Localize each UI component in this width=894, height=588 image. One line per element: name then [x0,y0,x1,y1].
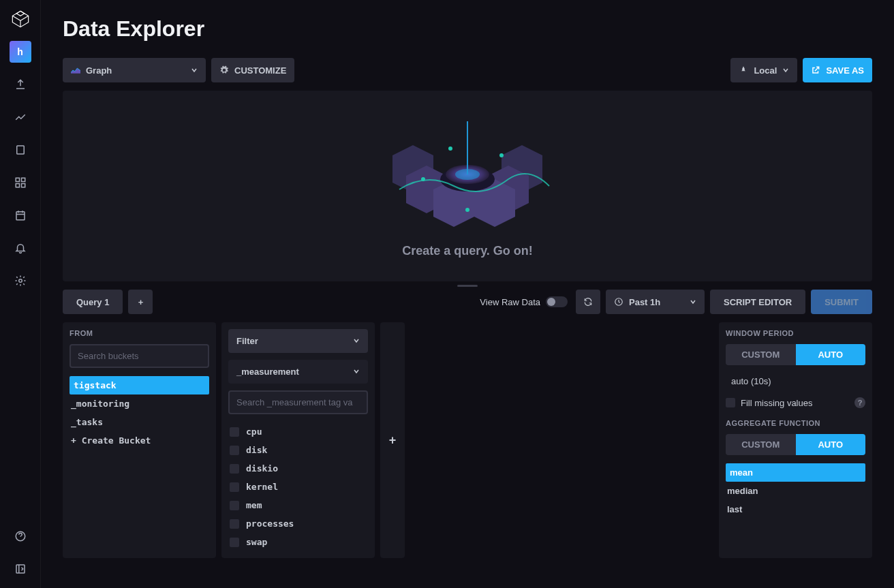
chevron-down-icon [353,336,360,346]
raw-data-toggle: View Raw Data [480,296,568,307]
aggregate-auto-toggle[interactable]: AUTO [796,434,866,455]
view-toolbar: Graph CUSTOMIZE Local SAVE AS [63,58,872,82]
svg-line-3 [20,16,29,20]
gear-icon [219,65,229,75]
from-label: FROM [70,329,209,337]
alerts-icon[interactable] [10,237,31,259]
bucket-search-input[interactable] [70,344,209,368]
window-custom-toggle[interactable]: CUSTOM [726,344,796,365]
bucket-item[interactable]: tigstack [70,376,209,394]
tag-value-item[interactable]: swap [228,533,368,551]
svg-rect-5 [16,146,24,154]
svg-rect-9 [16,184,19,187]
tag-value-item[interactable]: kernel [228,478,368,496]
script-editor-button[interactable]: SCRIPT EDITOR [710,290,805,314]
org-initial: h [17,46,23,57]
graph-prompt: Create a query. Go on! [402,244,533,258]
fill-missing-checkbox[interactable] [726,398,735,407]
window-period-label: WINDOW PERIOD [726,329,865,337]
export-icon [811,65,820,75]
add-query-button[interactable]: + [128,290,153,314]
tag-value-item[interactable]: diskio [228,459,368,478]
settings-icon[interactable] [10,270,31,292]
raw-data-switch[interactable] [546,296,568,307]
svg-point-31 [465,208,469,212]
svg-point-32 [499,153,504,157]
window-auto-toggle[interactable]: AUTO [796,344,866,365]
svg-point-15 [18,279,22,283]
aggregate-item[interactable]: last [726,500,865,519]
aggregate-toggle: CUSTOM AUTO [726,434,865,455]
graph-area: Create a query. Go on! [63,91,872,281]
refresh-button[interactable] [576,290,600,314]
refresh-icon [583,297,593,307]
add-filter-button[interactable]: + [380,322,405,558]
svg-rect-10 [21,184,25,187]
tasks-icon[interactable] [10,204,31,226]
fill-missing-row[interactable]: Fill missing values ? [726,397,865,408]
tag-value-search-input[interactable] [228,390,368,414]
resize-handle[interactable] [63,281,872,290]
filter-type-dropdown[interactable]: Filter [228,329,368,353]
svg-marker-1 [16,11,25,16]
chevron-down-icon [353,367,360,377]
aggregate-item[interactable]: median [726,482,865,500]
chevron-down-icon [782,65,789,76]
bucket-list: tigstack _monitoring _tasks + Create Buc… [70,376,209,450]
collapse-icon[interactable] [10,558,31,580]
save-as-label: SAVE AS [826,65,864,76]
tag-key-dropdown[interactable]: _measurement [228,360,368,384]
customize-label: CUSTOMIZE [234,65,286,76]
logo-icon[interactable] [10,8,31,30]
time-range-dropdown[interactable]: Past 1h [606,290,705,314]
svg-rect-8 [21,178,25,181]
tag-value-item[interactable]: mem [228,496,368,514]
window-auto-value: auto (10s) [726,373,865,389]
graph-type-icon [71,65,80,75]
aggregate-custom-toggle[interactable]: CUSTOM [726,434,796,455]
filter-type-label: Filter [236,336,258,346]
window-period-toggle: CUSTOM AUTO [726,344,865,365]
svg-rect-11 [16,212,25,220]
customize-button[interactable]: CUSTOMIZE [211,58,294,82]
from-panel: FROM tigstack _monitoring _tasks + Creat… [63,322,216,558]
dashboards-icon[interactable] [10,172,31,194]
create-bucket-button[interactable]: + Create Bucket [70,431,209,450]
tag-key-label: _measurement [236,367,299,377]
empty-graph-illustration [358,114,576,237]
chevron-down-icon [191,65,198,76]
timezone-label: Local [754,65,777,76]
timezone-dropdown[interactable]: Local [730,58,797,82]
svg-point-29 [421,177,425,181]
tag-value-item[interactable]: processes [228,514,368,533]
help-icon[interactable] [10,525,31,547]
org-badge[interactable]: h [10,41,31,63]
raw-data-label: View Raw Data [480,297,540,307]
svg-line-2 [12,16,20,20]
fill-help-icon[interactable]: ? [854,397,865,408]
aggregate-item[interactable]: mean [726,463,865,482]
explore-icon[interactable] [10,106,31,128]
bucket-item[interactable]: _tasks [70,413,209,431]
query-toolbar: Query 1 + View Raw Data Past 1h SCRIPT E… [63,290,872,314]
pin-icon [739,65,748,75]
bucket-item[interactable]: _monitoring [70,394,209,413]
submit-button[interactable]: SUBMIT [811,290,872,314]
aggregate-label: AGGREGATE FUNCTION [726,419,865,427]
svg-rect-7 [16,178,19,181]
notebooks-icon[interactable] [10,139,31,161]
sidebar: h [0,0,41,588]
view-type-dropdown[interactable]: Graph [63,58,206,82]
clock-icon [614,297,623,307]
tag-value-list: cpu disk diskio kernel mem processes swa… [228,422,368,551]
tag-value-item[interactable]: cpu [228,422,368,441]
save-as-button[interactable]: SAVE AS [803,58,872,82]
load-data-icon[interactable] [10,74,31,95]
filter-panel: Filter _measurement cpu disk diskio kern… [221,322,375,558]
main-content: Data Explorer Graph CUSTOMIZE Local SAVE… [41,0,894,588]
side-options-panel: WINDOW PERIOD CUSTOM AUTO auto (10s) Fil… [719,322,872,558]
tag-value-item[interactable]: disk [228,441,368,459]
query-tab[interactable]: Query 1 [63,290,123,314]
svg-point-30 [448,146,452,151]
time-range-label: Past 1h [629,297,660,307]
